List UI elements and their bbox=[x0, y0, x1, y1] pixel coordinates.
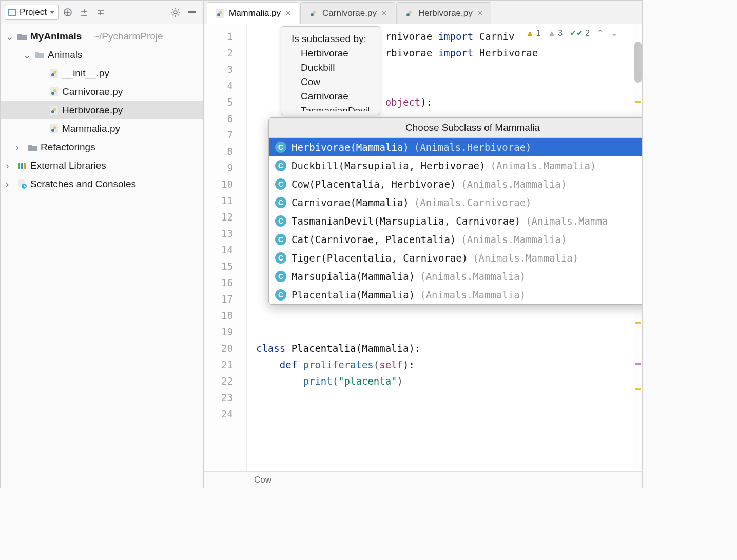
tree-root-name: MyAnimals bbox=[30, 31, 82, 42]
chooser-item[interactable]: C Tiger(Placentalia, Carnivorae) (Animal… bbox=[269, 249, 643, 267]
tree-file-carnivorae[interactable]: Carnivorae.py bbox=[1, 83, 203, 101]
gutter: 1 2 3 4 5 6 7 8 9 10 11 12 13 14 15 16 1… bbox=[204, 24, 247, 471]
python-file-icon bbox=[49, 68, 59, 78]
chooser-item[interactable]: C Marsupialia(Mammalia) (Animals.Mammali… bbox=[269, 267, 643, 286]
svg-point-19 bbox=[51, 92, 54, 95]
line-number[interactable]: 24 bbox=[204, 406, 246, 422]
chooser-item[interactable]: C TasmanianDevil(Marsupialia, Carnivorae… bbox=[269, 212, 643, 230]
class-icon: C bbox=[275, 271, 286, 282]
line-number[interactable]: 6 bbox=[204, 110, 246, 127]
line-number[interactable]: 10 bbox=[204, 176, 246, 192]
scrollbar-thumb[interactable] bbox=[634, 42, 642, 83]
line-number[interactable]: 15 bbox=[204, 258, 246, 274]
line-number[interactable]: 22 bbox=[204, 373, 246, 389]
line-number[interactable]: 12 bbox=[204, 209, 246, 225]
line-number[interactable]: 18 bbox=[204, 307, 246, 324]
tree-file-label: Carnivorae.py bbox=[62, 86, 123, 97]
chooser-item-location: (Animals.Mammalia) bbox=[420, 289, 526, 301]
tooltip-item: Carnivorae bbox=[292, 89, 370, 104]
project-view-dropdown[interactable]: Project bbox=[5, 5, 59, 20]
line-number[interactable]: 17 bbox=[204, 291, 246, 307]
line-number[interactable]: 4 bbox=[204, 77, 246, 94]
collapse-all-icon[interactable] bbox=[93, 5, 108, 19]
tree-scratches[interactable]: › Scratches and Consoles bbox=[1, 175, 203, 193]
close-icon[interactable]: ✕ bbox=[381, 9, 387, 18]
subclassed-by-tooltip: Is subclassed by: Herbivorae Duckbill Co… bbox=[281, 26, 380, 115]
tree-external-libraries[interactable]: › External Libraries bbox=[1, 156, 203, 175]
tooltip-item: Duckbill bbox=[292, 61, 370, 75]
code-text[interactable]: rnivorae import Carniv rbivorae import H… bbox=[247, 24, 633, 471]
chooser-item-signature: Herbivorae(Mammalia) bbox=[292, 142, 409, 153]
line-number[interactable]: 7 bbox=[204, 127, 246, 143]
next-highlight-icon[interactable]: ⌄ bbox=[611, 28, 617, 38]
svg-point-20 bbox=[53, 89, 56, 92]
tree-file-herbivorae[interactable]: Herbivorae.py bbox=[1, 101, 203, 119]
line-number[interactable]: 14 bbox=[204, 242, 246, 258]
chooser-item[interactable]: C Herbivorae(Mammalia) (Animals.Herbivor… bbox=[269, 138, 643, 156]
chooser-item[interactable]: C Carnivorae(Mammalia) (Animals.Carnivor… bbox=[269, 193, 643, 212]
tab-label: Carnivorae.py bbox=[322, 8, 377, 18]
tree-root[interactable]: ⌄ MyAnimals ~/PycharmProje bbox=[1, 27, 203, 46]
python-file-icon bbox=[308, 8, 318, 18]
expand-all-icon[interactable] bbox=[77, 5, 91, 19]
breadcrumb-item[interactable]: Cow bbox=[254, 475, 271, 485]
tree-file-mammalia[interactable]: Mammalia.py bbox=[1, 119, 203, 138]
svg-rect-14 bbox=[188, 11, 196, 13]
chooser-item-location: (Animals.Mammalia) bbox=[461, 234, 567, 245]
tab-herbivorae[interactable]: Herbivorae.py ✕ bbox=[396, 2, 491, 24]
ok-count: 2 bbox=[585, 29, 590, 38]
svg-point-25 bbox=[51, 129, 54, 132]
prev-highlight-icon[interactable]: ⌃ bbox=[597, 28, 604, 38]
chooser-item[interactable]: C Duckbill(Marsupialia, Herbivorae) (Ani… bbox=[269, 156, 643, 175]
tree-item-label: External Libraries bbox=[30, 160, 106, 171]
svg-point-37 bbox=[313, 11, 316, 14]
class-icon: C bbox=[275, 142, 286, 153]
line-number[interactable]: 21 bbox=[204, 356, 246, 373]
svg-point-39 bbox=[406, 13, 410, 16]
tree-file-init[interactable]: __init__.py bbox=[1, 64, 203, 83]
line-number[interactable]: 23 bbox=[204, 389, 246, 406]
line-number[interactable]: 5 bbox=[204, 94, 246, 110]
tree-folder-animals[interactable]: ⌄ Animals bbox=[1, 46, 203, 64]
line-number[interactable]: 9 bbox=[204, 159, 246, 176]
chooser-item-location: (Animals.Mammalia) bbox=[491, 160, 596, 171]
breadcrumbs-bar[interactable]: Cow bbox=[204, 471, 642, 488]
inspections-widget[interactable]: ▲1 ▲3 ✔✔2 ⌃ ⌄ bbox=[524, 27, 619, 39]
hide-icon[interactable] bbox=[185, 5, 199, 19]
stripe-marker-info[interactable] bbox=[635, 363, 641, 365]
line-number[interactable]: 8 bbox=[204, 143, 246, 159]
svg-point-34 bbox=[219, 11, 222, 14]
line-number[interactable]: 3 bbox=[204, 61, 246, 77]
stripe-marker-warning[interactable] bbox=[635, 388, 641, 390]
line-number[interactable]: 2 bbox=[204, 45, 246, 61]
tab-mammalia[interactable]: Mammalia.py ✕ bbox=[207, 2, 299, 24]
line-number[interactable]: 20 bbox=[204, 340, 246, 356]
line-number[interactable]: 13 bbox=[204, 225, 246, 242]
tree-folder-refactorings[interactable]: › Refactorings bbox=[1, 138, 203, 156]
line-number[interactable]: 1 bbox=[204, 28, 246, 45]
select-opened-file-icon[interactable] bbox=[61, 5, 75, 19]
stripe-marker-warning[interactable] bbox=[635, 322, 641, 324]
code-editor[interactable]: 1 2 3 4 5 6 7 8 9 10 11 12 13 14 15 16 1… bbox=[204, 24, 642, 471]
tab-label: Herbivorae.py bbox=[418, 8, 473, 18]
chooser-item[interactable]: C Cow(Placentalia, Herbivorae) (Animals.… bbox=[269, 175, 643, 193]
tab-carnivorae[interactable]: Carnivorae.py ✕ bbox=[300, 2, 395, 24]
chooser-item[interactable]: C Cat(Carnivorae, Placentalia) (Animals.… bbox=[269, 230, 643, 249]
svg-line-13 bbox=[172, 14, 173, 15]
line-number[interactable]: 16 bbox=[204, 274, 246, 291]
tree-folder-label: Refactorings bbox=[41, 142, 95, 153]
line-number[interactable]: 11 bbox=[204, 192, 246, 209]
close-icon[interactable]: ✕ bbox=[477, 9, 483, 18]
python-file-icon bbox=[49, 87, 59, 97]
python-file-icon bbox=[215, 8, 225, 18]
chooser-item-signature: Placentalia(Mammalia) bbox=[292, 289, 415, 301]
stripe-marker-warning[interactable] bbox=[635, 101, 641, 103]
svg-rect-29 bbox=[24, 163, 26, 169]
python-file-icon bbox=[49, 105, 59, 115]
line-number[interactable]: 19 bbox=[204, 324, 246, 340]
class-icon: C bbox=[275, 289, 286, 301]
chooser-item[interactable]: C Placentalia(Mammalia) (Animals.Mammali… bbox=[269, 286, 643, 304]
class-icon: C bbox=[275, 160, 286, 171]
settings-icon[interactable] bbox=[168, 5, 183, 19]
close-icon[interactable]: ✕ bbox=[285, 9, 292, 18]
